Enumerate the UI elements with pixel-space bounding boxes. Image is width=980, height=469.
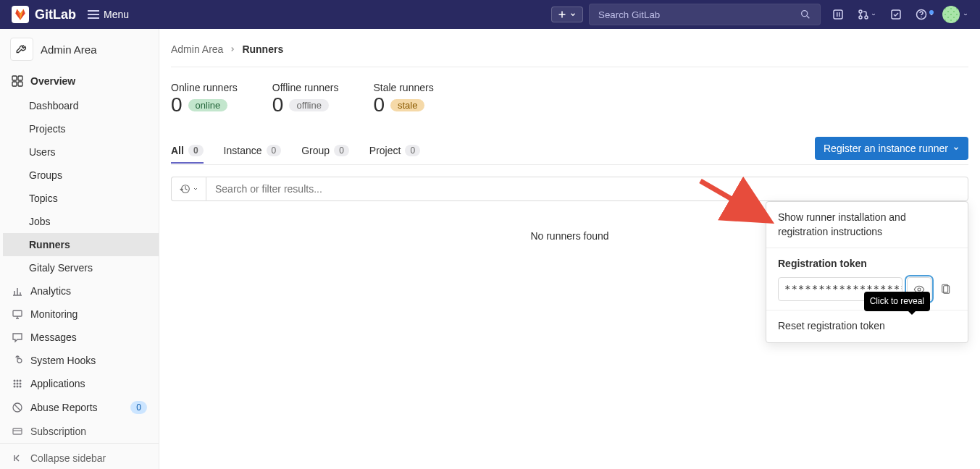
- token-label: Registration token: [778, 257, 956, 271]
- stat-offline: Offline runners 0 offline: [272, 82, 339, 117]
- sidebar-item-label: Runners: [29, 239, 70, 250]
- notification-dot: [929, 10, 934, 14]
- tab-instance[interactable]: Instance 0: [224, 138, 282, 164]
- stat-label: Offline runners: [272, 82, 339, 93]
- new-button[interactable]: [551, 7, 583, 22]
- tab-count: 0: [188, 145, 204, 156]
- sidebar-item-label: Gitaly Servers: [29, 262, 93, 274]
- collapse-label: Collapse sidebar: [30, 452, 106, 464]
- sidebar-item-messages[interactable]: Messages: [0, 326, 159, 349]
- sidebar-item-label: Monitoring: [30, 308, 78, 320]
- monitor-icon: [12, 308, 23, 320]
- stat-count: 0: [373, 93, 385, 117]
- chevron-down-icon: [963, 12, 968, 17]
- sidebar-item-gitaly[interactable]: Gitaly Servers: [3, 256, 159, 279]
- tab-label: All: [171, 145, 184, 156]
- search-box[interactable]: [589, 4, 821, 25]
- sidebar-item-label: System Hooks: [30, 355, 96, 366]
- sidebar-item-label: Groups: [29, 169, 62, 181]
- sidebar-item-label: Messages: [30, 331, 77, 343]
- subscription-icon: [12, 426, 23, 437]
- sidebar-item-runners[interactable]: Runners: [3, 233, 159, 256]
- help-icon[interactable]: [913, 9, 937, 20]
- breadcrumb: Admin Area Runners: [171, 38, 968, 61]
- sidebar-item-system-hooks[interactable]: System Hooks: [0, 349, 159, 372]
- svg-point-18: [14, 380, 16, 382]
- wrench-icon: [10, 38, 33, 61]
- collapse-sidebar[interactable]: Collapse sidebar: [0, 443, 159, 469]
- sidebar-item-label: Jobs: [29, 216, 51, 227]
- history-button[interactable]: [171, 177, 206, 201]
- sidebar-header[interactable]: Admin Area: [0, 29, 159, 68]
- sidebar-item-abuse[interactable]: Abuse Reports 0: [0, 395, 159, 420]
- tab-count: 0: [267, 145, 282, 156]
- sidebar-item-monitoring[interactable]: Monitoring: [0, 303, 159, 326]
- sidebar-item-users[interactable]: Users: [3, 140, 159, 164]
- svg-rect-6: [839, 12, 840, 17]
- tab-label: Instance: [224, 145, 262, 156]
- merge-requests-icon[interactable]: [855, 9, 879, 20]
- chart-icon: [12, 285, 23, 297]
- sidebar-item-label: Dashboard: [29, 100, 79, 111]
- sidebar-item-label: Projects: [29, 123, 66, 135]
- stat-count: 0: [272, 93, 284, 117]
- svg-point-12: [921, 17, 922, 18]
- clipboard-icon: [940, 284, 952, 295]
- section-overview[interactable]: Overview: [0, 68, 159, 94]
- sidebar-item-applications[interactable]: Applications: [0, 372, 159, 395]
- chevron-down-icon: [952, 145, 960, 152]
- stat-chip: online: [188, 99, 228, 111]
- menu-button[interactable]: Menu: [88, 9, 129, 20]
- dd-show-instructions[interactable]: Show runner installation and registratio…: [766, 202, 968, 248]
- menu-label: Menu: [104, 9, 129, 20]
- hook-icon: [12, 355, 23, 366]
- filter-input[interactable]: [206, 177, 968, 201]
- tab-all[interactable]: All 0: [171, 138, 204, 164]
- svg-rect-4: [834, 10, 842, 19]
- plus-icon: [558, 10, 566, 19]
- reveal-tooltip: Click to reveal: [864, 292, 930, 311]
- search-input[interactable]: [598, 9, 800, 20]
- svg-point-23: [20, 383, 22, 385]
- gitlab-logo[interactable]: [12, 6, 29, 23]
- tab-count: 0: [405, 145, 420, 156]
- svg-rect-5: [837, 12, 838, 17]
- svg-rect-28: [13, 428, 22, 434]
- copy-token-button[interactable]: [936, 277, 956, 302]
- dd-reset-token[interactable]: Reset registration token: [766, 310, 968, 342]
- abuse-count-badge: 0: [130, 401, 147, 414]
- sidebar-item-topics[interactable]: Topics: [3, 187, 159, 210]
- register-dropdown: Show runner installation and registratio…: [766, 201, 968, 343]
- sidebar-item-analytics[interactable]: Analytics: [0, 279, 159, 303]
- sidebar-item-label: Users: [29, 146, 56, 158]
- todos-icon[interactable]: [884, 9, 908, 20]
- svg-rect-17: [13, 310, 22, 316]
- sidebar-item-projects[interactable]: Projects: [3, 117, 159, 140]
- dd-label: Reset registration token: [778, 320, 885, 331]
- register-runner-button[interactable]: Register an instance runner: [815, 137, 968, 160]
- tab-label: Group: [301, 145, 330, 156]
- sidebar-item-groups[interactable]: Groups: [3, 164, 159, 187]
- sidebar-item-label: Topics: [29, 193, 58, 204]
- svg-point-26: [20, 386, 22, 388]
- chevron-right-icon: [229, 46, 236, 53]
- sidebar-item-dashboard[interactable]: Dashboard: [3, 94, 159, 117]
- sidebar-item-subscription[interactable]: Subscription: [0, 420, 159, 443]
- user-menu[interactable]: [942, 6, 968, 23]
- chevron-down-icon: [193, 186, 198, 192]
- overview-icon: [12, 75, 23, 87]
- stat-stale: Stale runners 0 stale: [373, 82, 433, 117]
- breadcrumb-root[interactable]: Admin Area: [171, 43, 223, 55]
- svg-point-24: [14, 386, 16, 388]
- svg-rect-13: [12, 76, 17, 80]
- svg-point-25: [17, 386, 19, 388]
- tab-project[interactable]: Project 0: [369, 138, 420, 164]
- issues-icon[interactable]: [826, 9, 850, 20]
- stat-chip: stale: [390, 99, 424, 111]
- sidebar-item-jobs[interactable]: Jobs: [3, 210, 159, 233]
- sidebar-title: Admin Area: [41, 43, 97, 56]
- tab-label: Project: [369, 145, 401, 156]
- stat-count: 0: [171, 93, 183, 117]
- tab-group[interactable]: Group 0: [301, 138, 349, 164]
- svg-point-9: [865, 16, 868, 19]
